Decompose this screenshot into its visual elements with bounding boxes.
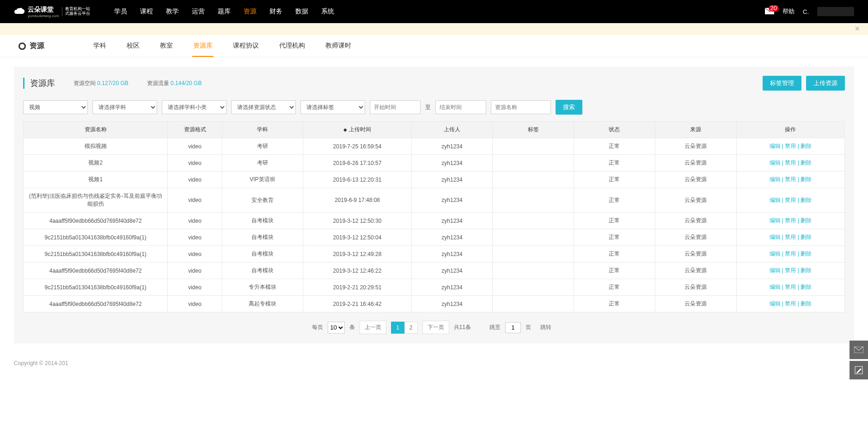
disable-link[interactable]: 禁用 <box>785 197 796 203</box>
topnav-item-0[interactable]: 学员 <box>112 1 129 22</box>
delete-link[interactable]: 删除 <box>801 300 812 307</box>
disable-link[interactable]: 禁用 <box>785 143 796 149</box>
edit-link[interactable]: 编辑 <box>770 197 781 203</box>
disable-link[interactable]: 禁用 <box>785 250 796 257</box>
topnav-item-3[interactable]: 运营 <box>190 1 207 22</box>
delete-link[interactable]: 删除 <box>801 234 812 240</box>
delete-link[interactable]: 删除 <box>801 159 812 166</box>
next-page-button[interactable]: 下一页 <box>422 321 449 334</box>
topnav-item-8[interactable]: 系统 <box>319 1 336 22</box>
sep: | <box>796 250 801 257</box>
cell-6: 正常 <box>574 155 655 171</box>
topnav-item-6[interactable]: 财务 <box>268 1 284 22</box>
col-3[interactable]: ◆上传时间 <box>303 122 411 138</box>
edit-link[interactable]: 编辑 <box>770 143 781 149</box>
disable-link[interactable]: 禁用 <box>785 300 796 307</box>
cell-2: 自考模块 <box>222 229 303 246</box>
delete-link[interactable]: 删除 <box>801 267 812 274</box>
edit-link[interactable]: 编辑 <box>770 176 781 183</box>
actions-cell: 编辑 | 禁用 | 删除 <box>736 138 844 155</box>
float-mail-button[interactable] <box>850 341 868 359</box>
subject-select[interactable]: 请选择学科 <box>92 100 157 114</box>
cell-0: 9c2151bb5a013041638bfb0c49160f9a(1) <box>24 229 168 246</box>
sep: | <box>781 217 785 224</box>
cell-5 <box>493 155 574 171</box>
logo[interactable]: 云朵课堂 yunduoketang.com 教育机构一站 式服务云平台 <box>14 6 90 18</box>
close-icon[interactable]: × <box>855 24 860 34</box>
delete-link[interactable]: 删除 <box>801 284 812 290</box>
subnav-item-5[interactable]: 代理机构 <box>278 36 306 57</box>
edit-link[interactable]: 编辑 <box>770 159 781 166</box>
mail-button[interactable]: 20 <box>765 8 774 16</box>
subnav-item-3[interactable]: 资源库 <box>192 36 214 57</box>
topnav-item-2[interactable]: 教学 <box>164 1 181 22</box>
logo-text-wrap: 云朵课堂 yunduoketang.com <box>28 6 59 18</box>
end-time-input[interactable] <box>435 100 486 114</box>
prev-page-button[interactable]: 上一页 <box>360 321 386 334</box>
cell-0: 模拟视频 <box>24 138 168 155</box>
cell-4: zyh1234 <box>411 188 493 213</box>
sep: | <box>796 267 801 274</box>
panel-title: 资源库 <box>23 78 55 89</box>
tag-select[interactable]: 请选择标签 <box>300 100 365 114</box>
edit-link[interactable]: 编辑 <box>770 284 781 290</box>
edit-link[interactable]: 编辑 <box>770 217 781 224</box>
topnav-item-5[interactable]: 资源 <box>242 1 258 22</box>
cell-4: zyh1234 <box>411 213 493 229</box>
search-button[interactable]: 搜索 <box>556 100 582 115</box>
cell-2: 安全教育 <box>222 188 303 213</box>
help-link[interactable]: 帮助 <box>782 7 795 16</box>
subcategory-select[interactable]: 请选择学科小类 <box>162 100 226 114</box>
table-head-row: 资源名称资源格式学科◆上传时间上传人标签状态来源操作 <box>24 122 845 138</box>
disable-link[interactable]: 禁用 <box>785 176 796 183</box>
user-name-redacted[interactable] <box>817 7 854 16</box>
delete-link[interactable]: 删除 <box>801 176 812 183</box>
copyright: Copyright © 2014-201 <box>14 360 68 366</box>
disable-link[interactable]: 禁用 <box>785 217 796 224</box>
cell-1: video <box>168 262 222 279</box>
disable-link[interactable]: 禁用 <box>785 267 796 274</box>
resource-name-input[interactable] <box>491 100 551 114</box>
edit-link[interactable]: 编辑 <box>770 267 781 274</box>
cell-1: video <box>168 155 222 171</box>
subnav-item-4[interactable]: 课程协议 <box>232 36 260 57</box>
actions-cell: 编辑 | 禁用 | 删除 <box>736 188 844 213</box>
status-select[interactable]: 请选择资源状态 <box>231 100 296 114</box>
per-page-select[interactable]: 10 <box>328 322 345 334</box>
delete-link[interactable]: 删除 <box>801 250 812 257</box>
jump-input[interactable] <box>505 322 521 333</box>
page-2-button[interactable]: 2 <box>404 322 418 334</box>
col-4: 上传人 <box>411 122 493 138</box>
topnav-item-4[interactable]: 题库 <box>216 1 232 22</box>
type-select[interactable]: 视频 <box>23 100 88 114</box>
cell-0: 9c2151bb5a013041638bfb0c49160f9a(1) <box>24 279 168 296</box>
delete-link[interactable]: 删除 <box>801 143 812 149</box>
delete-link[interactable]: 删除 <box>801 197 812 203</box>
upload-resource-button[interactable]: 上传资源 <box>806 76 845 91</box>
page-1-button[interactable]: 1 <box>391 322 404 334</box>
disable-link[interactable]: 禁用 <box>785 159 796 166</box>
subnav-item-6[interactable]: 教师课时 <box>324 36 352 57</box>
float-edit-button[interactable] <box>850 361 868 374</box>
jump-button[interactable]: 跳转 <box>536 321 556 334</box>
tag-manage-button[interactable]: 标签管理 <box>763 76 801 91</box>
space-value: 0.127/20 GB <box>97 80 128 86</box>
topnav-item-7[interactable]: 数据 <box>293 1 310 22</box>
topnav-item-1[interactable]: 课程 <box>138 1 155 22</box>
disable-link[interactable]: 禁用 <box>785 234 796 240</box>
subnav-item-2[interactable]: 教室 <box>159 36 174 57</box>
cell-0: 4aaaff5f90edbb66d50d7695f40d8e72 <box>24 213 168 229</box>
space-stat: 资源空间 0.127/20 GB <box>73 79 128 87</box>
col-label-8: 操作 <box>785 126 796 133</box>
subnav-item-1[interactable]: 校区 <box>126 36 141 57</box>
edit-link[interactable]: 编辑 <box>770 250 781 257</box>
edit-link[interactable]: 编辑 <box>770 300 781 307</box>
start-time-input[interactable] <box>370 100 421 114</box>
subnav-item-0[interactable]: 学科 <box>92 36 107 57</box>
cell-2: 考研 <box>222 155 303 171</box>
edit-link[interactable]: 编辑 <box>770 234 781 240</box>
disable-link[interactable]: 禁用 <box>785 284 796 290</box>
actions-cell: 编辑 | 禁用 | 删除 <box>736 296 844 312</box>
actions-cell: 编辑 | 禁用 | 删除 <box>736 155 844 171</box>
delete-link[interactable]: 删除 <box>801 217 812 224</box>
